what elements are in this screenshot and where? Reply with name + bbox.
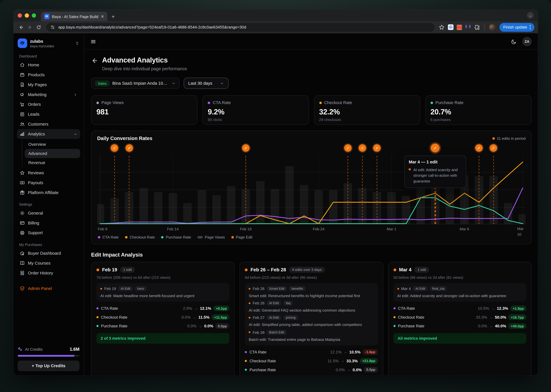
impact-card-feb-26-feb-28: Feb 26 – Feb 284 edits over 3 days6d bef…	[240, 262, 383, 375]
impact-card-feb-19: Feb 191 edit7d before (206 views) vs 6d …	[91, 262, 235, 375]
legend-item-purchase-rate: Purchase Rate	[161, 235, 191, 239]
sidebar-item-order-history[interactable]: Order History	[17, 268, 80, 278]
page-edit-pencil-marker-feb-10[interactable]	[111, 144, 118, 152]
impact-metric-row-cta-rate: CTA Rate2.9%→12.1%+9.2pp	[96, 306, 229, 311]
page-selector-dropdown[interactable]: Sales Bina SaaS Impian Anda 100% D	[91, 78, 179, 89]
chevron-down-icon	[172, 81, 175, 85]
edit-dot-icon	[245, 268, 248, 271]
metric-delta-badge: 0.0pp	[364, 367, 378, 372]
sidebar-item-analytics[interactable]: Analytics	[17, 129, 80, 139]
megaphone-icon	[20, 92, 25, 97]
arrow-right-icon: →	[489, 315, 493, 319]
page-edit-pencil-marker-feb-19[interactable]	[242, 144, 250, 152]
impact-card-title: Feb 19	[102, 267, 117, 272]
sidebar-item-customers[interactable]: Customers	[17, 119, 80, 129]
browser-menu-icon[interactable]	[530, 25, 530, 29]
sidebar-item-buyer-dashboard[interactable]: Buyer Dashboard	[17, 248, 80, 258]
metric-before-value: 0.0%	[478, 324, 487, 328]
impact-edit-row: Mar 4AI Editfinal_ctaAI edit: Added scar…	[397, 286, 522, 299]
legend-item-cta-rate: CTA Rate	[98, 235, 119, 239]
metric-after-value: 33.3%	[346, 359, 358, 363]
page-edit-pencil-marker-feb-28[interactable]	[373, 144, 381, 152]
hamburger-menu-icon[interactable]	[90, 39, 96, 44]
url-input[interactable]: app.baya.my/dashboard/analytics/advanced…	[46, 23, 435, 32]
edit-dot-icon	[249, 317, 251, 318]
extension-cloud-icon[interactable]	[448, 24, 453, 30]
maximize-window-button[interactable]	[32, 13, 36, 17]
sidebar-item-home[interactable]: Home	[17, 60, 80, 70]
site-settings-icon[interactable]	[50, 25, 55, 29]
metric-label: Purchase Rate	[250, 367, 276, 372]
extensions-puzzle-icon[interactable]	[474, 24, 480, 30]
tooltip-title: Mar 4 — 1 edit	[409, 160, 462, 164]
workspace-switcher[interactable]: zulabs baya.my/zulabs	[17, 37, 80, 49]
browser-tab[interactable]: Baya - AI Sales Page Builder ✕	[41, 12, 108, 21]
sidebar-item-label: Support	[28, 230, 43, 235]
dark-mode-toggle-icon[interactable]	[511, 39, 517, 44]
page-edit-pencil-marker-mar-7[interactable]	[475, 144, 483, 152]
bookmark-star-icon[interactable]	[438, 24, 444, 30]
page-edit-pencil-marker-mar-4[interactable]	[431, 144, 440, 153]
metric-dot-icon	[393, 325, 395, 327]
minimize-window-button[interactable]	[25, 13, 29, 17]
home-icon	[20, 63, 25, 67]
ai-credits-widget: AI Credits 1.6M + Top Up Credits	[17, 347, 80, 371]
extension-pixel-icon[interactable]	[457, 25, 462, 30]
legend-item-page-edit: Page Edit	[231, 235, 252, 239]
legend-dot-icon	[161, 236, 164, 238]
page-edit-pencil-marker-mar-8[interactable]	[490, 144, 497, 152]
sidebar-item-platform-affiliate[interactable]: Platform Affiliate	[17, 188, 80, 198]
browser-profile-avatar[interactable]	[489, 24, 495, 30]
edit-dot-icon	[96, 268, 99, 271]
finish-update-button[interactable]: Finish update	[499, 23, 535, 32]
sidebar-item-general[interactable]: General	[17, 208, 80, 218]
edit-tag-pricing: pricing	[283, 315, 298, 320]
gift-icon	[20, 190, 25, 195]
metric-after-value: 10.5%	[349, 350, 361, 354]
workspace-logo-icon	[18, 38, 27, 48]
sidebar-subitem-advanced[interactable]: Advanced	[25, 149, 80, 158]
sidebar-item-billing[interactable]: Billing	[17, 218, 80, 228]
back-arrow-icon[interactable]	[91, 57, 97, 64]
sidebar-item-payouts[interactable]: Payouts	[17, 178, 80, 188]
page-edit-pencil-marker-feb-11[interactable]	[125, 144, 133, 152]
sidebar-item-reviews[interactable]: Reviews	[17, 168, 80, 178]
sidebar-subitem-overview[interactable]: Overview	[25, 140, 80, 149]
sidebar-item-my-courses[interactable]: My Courses	[17, 258, 80, 268]
legend-item-page-views: Page Views	[197, 235, 225, 239]
back-icon[interactable]	[17, 23, 25, 31]
sidebar-item-my-pages[interactable]: My Pages	[17, 80, 80, 90]
top-up-credits-button[interactable]: + Top Up Credits	[18, 361, 80, 371]
sidebar-item-leads[interactable]: Leads	[17, 109, 80, 119]
close-window-button[interactable]	[18, 13, 22, 17]
sidebar-item-label: Order History	[28, 271, 53, 275]
sidebar-item-orders[interactable]: Orders	[17, 99, 80, 109]
tab-search-chevron-icon[interactable]: ⌄	[527, 12, 534, 19]
sidebar-item-products[interactable]: Products	[17, 70, 80, 80]
impact-verdict-banner: All metrics improved	[393, 333, 526, 344]
reload-icon[interactable]	[35, 23, 42, 31]
sidebar-item-admin-panel[interactable]: Admin Panel	[17, 284, 80, 294]
metric-label: Checkout Rate	[101, 315, 127, 320]
page-views-bar	[402, 196, 410, 224]
date-range-dropdown[interactable]: Last 30 days	[184, 78, 229, 89]
selected-page-name: Bina SaaS Impian Anda 100% D	[112, 81, 169, 86]
page-edit-pencil-marker-feb-26[interactable]	[344, 144, 352, 152]
chart-legend: CTA RateCheckout RatePurchase RatePage V…	[97, 234, 526, 240]
metric-sub: 29 checkouts	[319, 118, 415, 122]
new-tab-button[interactable]: +	[112, 14, 115, 20]
edit-date: Feb 26	[253, 301, 265, 305]
sidebar-item-marketing[interactable]: Marketing	[17, 90, 80, 99]
page-edit-pencil-marker-feb-27[interactable]	[359, 144, 366, 152]
metric-after-value: 0.0%	[204, 324, 213, 328]
edit-dot-icon	[397, 288, 399, 289]
user-avatar[interactable]: ZA	[522, 37, 532, 46]
sidebar-item-support[interactable]: Support	[17, 228, 80, 238]
metric-value: 32.2%	[319, 108, 415, 116]
impact-edit-row: Feb 26AI EditfaqAI edit: Generated FAQ s…	[249, 301, 374, 313]
extension-signal-icon[interactable]	[465, 24, 471, 31]
forward-icon[interactable]	[26, 23, 34, 31]
sidebar-subitem-revenue[interactable]: Revenue	[25, 158, 80, 167]
tab-close-icon[interactable]: ✕	[101, 14, 104, 19]
impact-edit-row: Feb 19AI EditheroAI edit: Made headline …	[100, 286, 225, 299]
